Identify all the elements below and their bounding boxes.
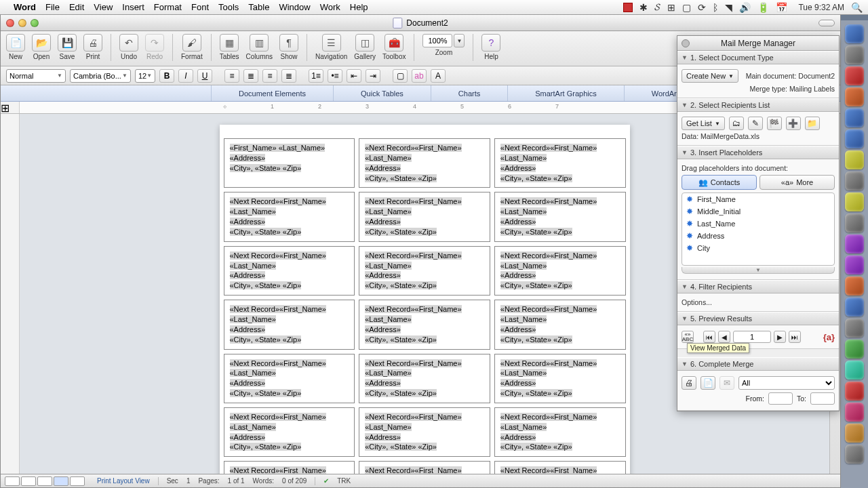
vertical-ruler[interactable] xyxy=(1,114,20,474)
view-draft-button[interactable] xyxy=(5,476,20,486)
view-publishing-button[interactable] xyxy=(37,476,52,486)
prev-record-button[interactable]: ◀ xyxy=(718,331,730,343)
align-center-button[interactable]: ≣ xyxy=(243,69,258,83)
merge-to-input[interactable] xyxy=(810,392,835,405)
show-button[interactable]: ¶Show xyxy=(279,34,298,60)
zoom-input[interactable] xyxy=(422,34,452,47)
label-cell[interactable]: «Next Record»«First_Name»«Last_Name»«Add… xyxy=(224,354,355,403)
menu-edit[interactable]: Edit xyxy=(69,2,84,12)
placeholder-field-item[interactable]: ✸Address xyxy=(682,230,834,242)
field-codes-toggle[interactable]: {a} xyxy=(823,332,835,342)
mmm-section1-header[interactable]: ▼1. Select Document Type xyxy=(677,51,839,64)
dock-app-icon[interactable] xyxy=(845,319,864,338)
mmm-titlebar[interactable]: Mail Merge Manager xyxy=(677,36,839,51)
open-data-file-button[interactable]: 📁 xyxy=(805,117,820,130)
font-color-button[interactable]: A xyxy=(431,69,446,83)
status-trk[interactable]: TRK xyxy=(337,477,351,485)
placeholder-field-item[interactable]: ✸City xyxy=(682,242,834,254)
menu-view[interactable]: View xyxy=(94,2,113,12)
view-notebook-button[interactable] xyxy=(70,476,85,486)
bulleted-list-button[interactable]: •≡ xyxy=(328,69,342,83)
mmm-section6-header[interactable]: ▼6. Complete Merge xyxy=(677,357,839,371)
menu-work[interactable]: Work xyxy=(320,2,340,12)
menu-insert[interactable]: Insert xyxy=(122,2,144,12)
font-combo[interactable]: Cambria (Bo...▼ xyxy=(70,69,131,83)
menubar-extra-icon[interactable]: ⊞ xyxy=(667,2,675,13)
date-icon[interactable]: 📅 xyxy=(776,2,787,13)
placeholder-field-item[interactable]: ✸Last_Name xyxy=(682,218,834,230)
script-menu-icon[interactable]: 𝓢 xyxy=(654,1,660,13)
dock-app-icon[interactable] xyxy=(845,192,864,211)
bluetooth-icon[interactable]: ᛒ xyxy=(713,2,718,13)
open-data-source-button[interactable]: 🗂 xyxy=(729,117,744,130)
add-field-button[interactable]: ➕ xyxy=(786,117,801,130)
toolbar-toggle-button[interactable] xyxy=(818,20,835,26)
last-record-button[interactable]: ⏭ xyxy=(789,331,801,343)
label-cell[interactable]: «Next Record»«First_Name»«Last_Name»«Add… xyxy=(359,138,490,188)
format-button[interactable]: 🖌Format xyxy=(181,34,203,60)
dock-app-icon[interactable] xyxy=(845,424,864,443)
menubar-clock[interactable]: Tue 9:32 AM xyxy=(798,3,844,12)
align-left-button[interactable]: ≡ xyxy=(224,69,239,83)
save-button[interactable]: 💾Save xyxy=(58,34,77,60)
spell-check-icon[interactable]: ✔︎ xyxy=(323,477,329,485)
font-size-combo[interactable]: 12▼ xyxy=(135,69,155,83)
placeholder-field-item[interactable]: ✸Middle_Initial xyxy=(682,205,834,218)
next-record-button[interactable]: ▶ xyxy=(774,331,786,343)
record-number-input[interactable] xyxy=(733,331,771,343)
label-cell[interactable]: «Next Record»«First_Name»«Last_Name»«Add… xyxy=(359,192,490,241)
label-cell[interactable]: «Next Record»«First_Name»«Last_Name»«Add… xyxy=(494,300,626,349)
label-cell[interactable]: «Next Record»«First_Name»«Last_Name»«Add… xyxy=(224,246,355,296)
first-record-button[interactable]: ⏮ xyxy=(703,331,715,343)
menu-tools[interactable]: Tools xyxy=(218,2,239,12)
time-machine-icon[interactable]: ⟳ xyxy=(698,2,706,13)
merge-from-input[interactable] xyxy=(768,392,793,405)
mmm-section4-header[interactable]: ▼4. Filter Recipients xyxy=(677,280,839,293)
tab-quick-tables[interactable]: Quick Tables xyxy=(334,85,431,101)
label-cell[interactable]: «Next Record»«First_Name»«Last_Name»«Add… xyxy=(359,354,490,403)
label-cell[interactable]: «Next Record»«First_Name»«Last_Name»«Add… xyxy=(224,300,355,349)
dock-app-icon[interactable] xyxy=(845,340,864,359)
label-cell[interactable]: «Next Record»«First_Name»«Last_Name» xyxy=(494,461,626,474)
document-page[interactable]: «First_Name» «Last_Name»«Address»«City»,… xyxy=(220,125,630,474)
mmm-close-button[interactable] xyxy=(682,39,690,47)
label-cell[interactable]: «Next Record»«First_Name»«Last_Name»«Add… xyxy=(494,192,626,241)
filter-options-link[interactable]: Options... xyxy=(682,298,835,306)
label-cell[interactable]: «Next Record»«First_Name»«Last_Name» xyxy=(224,461,355,474)
battery-icon[interactable]: 🔋 xyxy=(757,2,769,13)
view-merged-data-toggle[interactable]: «»ABC xyxy=(682,331,694,343)
evernote-icon[interactable]: ✱ xyxy=(639,2,648,13)
displays-icon[interactable]: ▢ xyxy=(682,2,691,13)
window-close-button[interactable] xyxy=(6,19,14,27)
volume-icon[interactable]: 🔊 xyxy=(739,2,751,13)
dock-app-icon[interactable] xyxy=(845,108,864,127)
borders-button[interactable]: ▢ xyxy=(393,69,408,83)
window-minimize-button[interactable] xyxy=(18,19,26,27)
label-cell[interactable]: «Next Record»«First_Name»«Last_Name»«Add… xyxy=(224,407,355,457)
dock-app-icon[interactable] xyxy=(845,403,864,422)
mmm-section5-header[interactable]: ▼5. Preview Results xyxy=(677,312,839,325)
align-right-button[interactable]: ≡ xyxy=(262,69,277,83)
dock-app-icon[interactable] xyxy=(845,298,864,317)
dock-app-icon[interactable] xyxy=(845,87,864,106)
dock-app-icon[interactable] xyxy=(845,277,864,296)
edit-data-source-button[interactable]: ✎ xyxy=(748,117,763,130)
mmm-section3-header[interactable]: ▼3. Insert Placeholders xyxy=(677,146,839,159)
wifi-icon[interactable]: ◥ xyxy=(725,2,732,13)
tab-smartart[interactable]: SmartArt Graphics xyxy=(508,85,624,101)
mmm-section2-header[interactable]: ▼2. Select Recipients List xyxy=(677,98,839,112)
tab-charts[interactable]: Charts xyxy=(431,85,508,101)
tables-button[interactable]: ▦Tables xyxy=(220,34,239,60)
numbered-list-button[interactable]: 1≡ xyxy=(309,69,323,83)
merge-to-email-button[interactable]: ✉ xyxy=(719,376,734,390)
dock-app-icon[interactable] xyxy=(845,66,864,85)
app-name[interactable]: Word xyxy=(14,2,36,12)
spotlight-icon[interactable]: 🔍 xyxy=(851,2,863,13)
placeholder-tab-more[interactable]: «a»More xyxy=(760,175,835,190)
dock-app-icon[interactable] xyxy=(845,214,864,232)
label-cell[interactable]: «Next Record»«First_Name»«Last_Name»«Add… xyxy=(494,407,626,457)
open-button[interactable]: 📂Open xyxy=(32,34,51,60)
window-zoom-button[interactable] xyxy=(31,19,39,27)
navigation-button[interactable]: ☰Navigation xyxy=(315,34,347,60)
help-button[interactable]: ?Help xyxy=(481,34,500,60)
